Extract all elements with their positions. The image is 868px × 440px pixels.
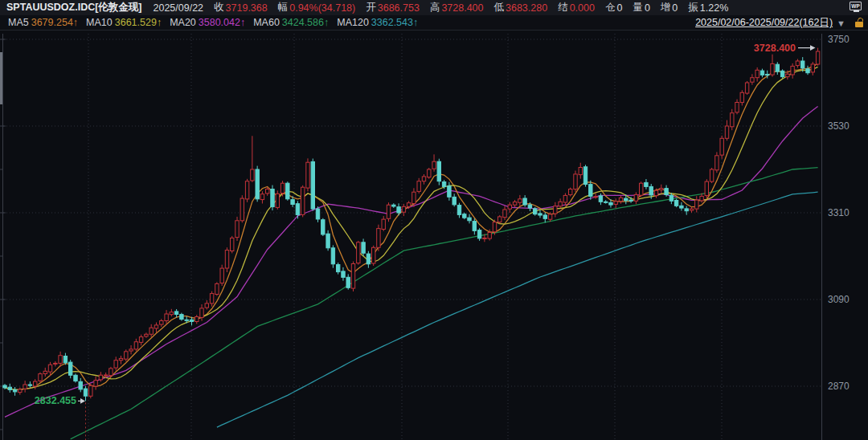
- ma-line-MA10: [5, 67, 818, 389]
- quote-low: 低3683.280: [494, 1, 548, 14]
- quote-volume: 量0: [633, 1, 649, 14]
- quote-change: 幅0.94%(34.718): [278, 1, 356, 14]
- trade-date: 2025/09/22: [154, 2, 204, 14]
- arrow-right-icon: [810, 45, 816, 51]
- ma5-legend: MA53679.254↑: [8, 17, 78, 28]
- y-axis-label: 3750: [828, 34, 850, 45]
- quote-increase: 增0: [661, 1, 678, 14]
- date-range-label[interactable]: 2025/02/06-2025/09/22(162日): [695, 16, 833, 30]
- unlock-icon[interactable]: [855, 22, 863, 27]
- ma60-legend: MA603424.586↑: [253, 17, 329, 28]
- quote-openinterest: 仓0: [605, 1, 622, 14]
- y-axis-label: 3530: [828, 120, 850, 132]
- period-high-label: 3728.400: [754, 43, 796, 54]
- grid: 37503530331030902870: [3, 34, 850, 440]
- quote-close: 收3719.368: [214, 1, 268, 14]
- y-axis-label: 3090: [828, 294, 850, 305]
- ma-line-MA5: [5, 63, 818, 389]
- quote-amplitude: 振1.22%: [688, 1, 728, 14]
- chart-area: 375035303310309028703728.4002832.455: [0, 31, 868, 440]
- quote-high: 高3728.400: [430, 1, 484, 14]
- period-low-label: 2832.455: [35, 395, 76, 406]
- date-range-control: 2025/02/06-2025/09/22(162日) ▼: [695, 16, 845, 30]
- ma20-legend: MA203580.042↑: [170, 17, 245, 28]
- quote-header-bar: SPTAUUSDOZ.IDC[伦敦金现] 2025/09/22 收3719.36…: [0, 0, 868, 15]
- quote-open: 开3686.753: [366, 1, 420, 14]
- symbol-title[interactable]: SPTAUUSDOZ.IDC[伦敦金现]: [6, 1, 142, 14]
- ma120-legend: MA1203362.543↑: [337, 17, 418, 28]
- arrow-right-icon: [80, 398, 85, 404]
- ma-line-MA20: [5, 106, 818, 417]
- y-axis-label: 2870: [828, 381, 850, 392]
- y-axis-label: 3310: [828, 207, 850, 218]
- ma-lines: [5, 63, 818, 439]
- wp-monitor-icon[interactable]: WP: [850, 2, 863, 13]
- annotations: 3728.4002832.455: [35, 43, 816, 440]
- scrollbar-thumb[interactable]: [0, 52, 2, 104]
- ma-line-MA60: [71, 168, 818, 439]
- chevron-down-icon[interactable]: ▼: [837, 18, 845, 28]
- ma-line-MA120: [217, 192, 818, 427]
- ma10-legend: MA103661.529↑: [86, 17, 162, 28]
- quote-settle: 结0.000: [558, 1, 595, 14]
- price-candlestick-chart[interactable]: 375035303310309028703728.4002832.455: [0, 31, 868, 440]
